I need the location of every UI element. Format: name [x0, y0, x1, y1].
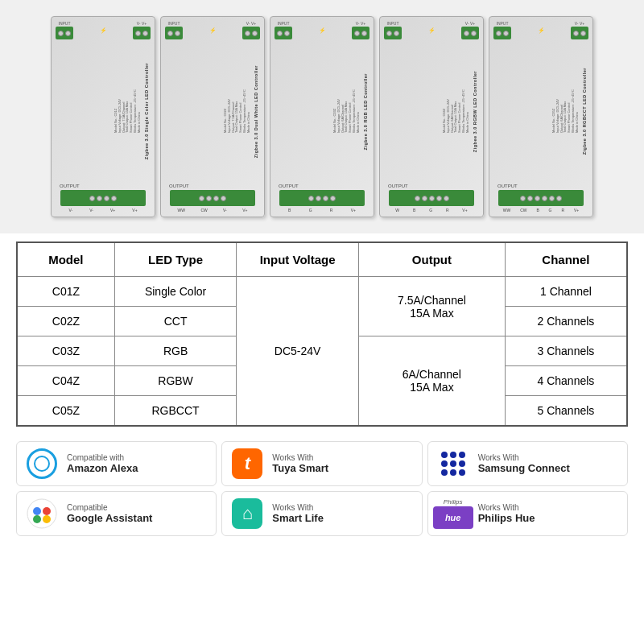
samsung-logo-icon: [438, 448, 469, 479]
compat-smartlife: ⌂ Works With Smart Life: [221, 491, 422, 536]
pin-vplus: V+: [351, 208, 356, 213]
dot8: [450, 469, 456, 476]
home-icon: ⌂: [242, 503, 253, 524]
alexa-works-label: Compatible with: [67, 453, 138, 462]
tuya-name-label: Tuya Smart: [272, 462, 328, 474]
svg-point-2: [43, 507, 51, 515]
hue-logo-icon: hue: [433, 506, 473, 529]
alexa-ring-icon: [27, 448, 57, 479]
cell-led-c02z: CCT: [114, 307, 237, 336]
product-info-c05z: Model No.: C05ZInput Voltage: DC5-24VOut…: [552, 89, 580, 133]
output-pin-labels-c05z: WW CW B G R V+: [498, 208, 584, 213]
out-screw1: [520, 196, 526, 201]
screw2: [284, 31, 290, 36]
products-section: INPUT ⚡ V- V+ Model No.: C01ZInput Volta…: [0, 0, 644, 233]
pin-label-2: V-: [89, 208, 93, 213]
pin-w: W: [395, 208, 399, 213]
tuya-t-letter: t: [245, 453, 250, 474]
v-label: V- V+: [137, 21, 147, 26]
input-block-c02z: INPUT: [165, 21, 183, 39]
pin-ww: WW: [178, 208, 185, 213]
zigbee-label-c02z: Zigbee 3.0 Dual White LED Controller: [254, 65, 258, 158]
header-model: Model: [17, 242, 114, 277]
specs-table: Model LED Type Input Voltage Output Chan…: [16, 242, 628, 427]
device-middle: Model No.: C01ZInput Voltage: DC5-24VOut…: [56, 39, 151, 184]
dot4: [441, 460, 448, 467]
top-terminals-c04z: INPUT ⚡ V- V+: [384, 21, 479, 39]
cell-output-group1: 7.5A/Channel 15A Max: [358, 277, 505, 336]
screw1: [167, 31, 173, 36]
dot1: [441, 452, 448, 458]
pin-vm: V-: [223, 208, 227, 213]
smartlife-name-label: Smart Life: [272, 512, 324, 524]
svg-point-4: [43, 515, 51, 523]
output-top-block-c02z: V- V+: [242, 21, 260, 39]
dot5: [450, 460, 456, 467]
top-terminals-c02z: INPUT ⚡ V- V+: [165, 21, 260, 39]
device-middle-c04z: Model No.: C04ZInput Voltage: DC5-24VOut…: [384, 39, 479, 184]
input-terminals-c02z: [165, 27, 183, 39]
screw3: [464, 31, 469, 36]
hue-works-label: Works With: [478, 503, 535, 512]
cell-output-group2: 6A/Channel 15A Max: [358, 336, 505, 427]
product-c03z: INPUT ⚡ V- V+ Model No.: C03ZInput Volta…: [270, 16, 374, 217]
product-info-c04z: Model No.: C04ZInput Voltage: DC5-24VOut…: [443, 89, 470, 133]
input-label-c04z: INPUT: [387, 21, 399, 26]
v-label-c04z: V- V+: [465, 21, 475, 26]
compat-tuya: t Works With Tuya Smart: [221, 441, 422, 486]
zigbee-label-c03z: Zigbee 3.0 RGB LED Controller: [363, 73, 368, 150]
out-screw2: [97, 196, 102, 201]
smartlife-icon-wrapper: ⌂: [230, 497, 264, 530]
out-screw1: [199, 196, 204, 201]
input-block: INPUT: [56, 21, 73, 39]
google-works-label: Compatible: [67, 503, 152, 512]
output-terminals-c03z: [279, 190, 365, 206]
product-info-c03z: Model No.: C03ZInput Voltage: DC5-24VOut…: [333, 89, 361, 133]
device-middle-c02z: Model No.: C02ZInput Voltage: DC5-24VOut…: [165, 39, 260, 184]
cell-channel-c04z: 4 Channels: [505, 366, 627, 396]
pin-cw: CW: [520, 208, 526, 213]
output-pin-labels-c04z: W B G R V+: [389, 208, 474, 213]
smartlife-logo-icon: ⌂: [232, 498, 262, 529]
compat-samsung: Works With Samsung Connect: [427, 441, 628, 486]
screw4: [252, 31, 258, 36]
hue-text: Works With Philips Hue: [478, 503, 535, 524]
out-screw3: [323, 196, 328, 201]
pin-vp: V+: [242, 208, 247, 213]
table-header-row: Model LED Type Input Voltage Output Chan…: [17, 242, 627, 277]
output-top-c04z: [461, 27, 479, 39]
input-block-c03z: INPUT: [275, 21, 292, 39]
device-bottom-c02z: OUTPUT WW CW V- V+: [165, 184, 260, 213]
zigbee-label-c04z: Zigbee 3.0 RGBW LED Controller: [473, 71, 477, 152]
pin-label-1: V-: [68, 208, 72, 213]
screw1: [277, 31, 283, 36]
input-terminals-c03z: [275, 27, 292, 39]
cell-model-c04z: C04Z: [17, 366, 114, 396]
google-name-label: Google Assistant: [67, 512, 152, 524]
device-bottom-c05z: OUTPUT WW CW B G R V+: [493, 184, 588, 213]
output-top-c03z: [352, 27, 369, 39]
cell-model-c03z: C03Z: [17, 336, 114, 366]
google-text: Compatible Google Assistant: [67, 503, 152, 524]
tuya-works-label: Works With: [272, 453, 328, 462]
out-screw3: [213, 196, 219, 201]
v-label-c02z: V- V+: [246, 21, 256, 26]
out-screw1: [415, 196, 420, 201]
output-terminals-c04z: [389, 190, 474, 206]
google-assistant-icon: [27, 498, 57, 529]
cell-led-c01z: Single Color: [114, 277, 237, 307]
pin-b: B: [413, 208, 415, 213]
output-label-c05z: OUTPUT: [497, 184, 518, 188]
pin-g: G: [429, 208, 432, 213]
samsung-name-label: Samsung Connect: [478, 462, 570, 474]
output-top-block-c03z: V- V+: [352, 21, 369, 39]
out-screw4: [221, 196, 226, 201]
cell-led-c04z: RGBW: [114, 366, 237, 396]
screw2: [175, 31, 180, 36]
product-c04z: INPUT ⚡ V- V+ Model No.: C04ZInput Volta…: [379, 16, 484, 217]
device-bottom-c03z: OUTPUT B G R V+: [275, 184, 369, 213]
output-label-c02z: OUTPUT: [169, 184, 189, 188]
hue-name-label: Philips Hue: [478, 512, 535, 524]
specs-table-section: Model LED Type Input Voltage Output Chan…: [0, 233, 644, 435]
product-c01z: INPUT ⚡ V- V+ Model No.: C01ZInput Volta…: [51, 16, 155, 217]
